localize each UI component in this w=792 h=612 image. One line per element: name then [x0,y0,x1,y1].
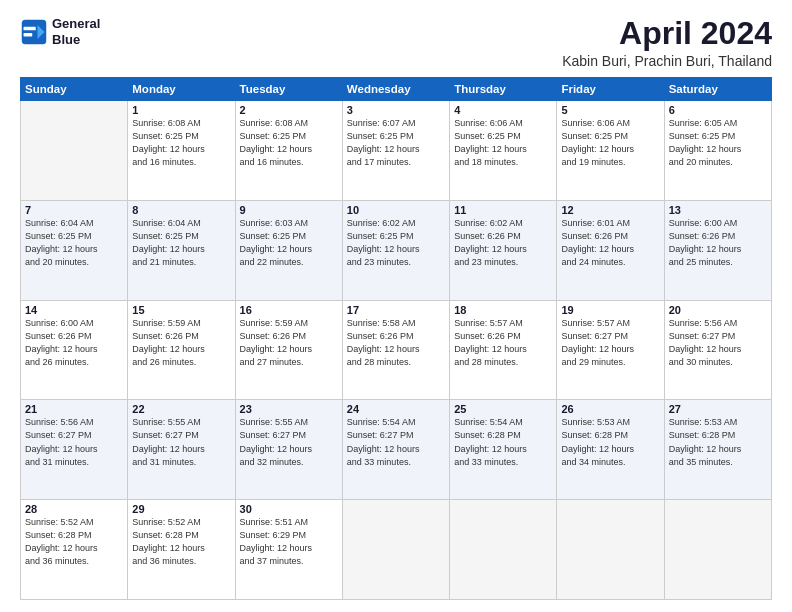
calendar-cell: 26Sunrise: 5:53 AMSunset: 6:28 PMDayligh… [557,400,664,500]
day-info: Sunrise: 6:01 AMSunset: 6:26 PMDaylight:… [561,217,659,269]
day-number: 15 [132,304,230,316]
day-info: Sunrise: 5:54 AMSunset: 6:28 PMDaylight:… [454,416,552,468]
day-number: 13 [669,204,767,216]
logo-text: General Blue [52,16,100,47]
calendar-cell: 18Sunrise: 5:57 AMSunset: 6:26 PMDayligh… [450,300,557,400]
logo-line1: General [52,16,100,32]
day-number: 23 [240,403,338,415]
calendar-header: SundayMondayTuesdayWednesdayThursdayFrid… [21,78,772,101]
subtitle: Kabin Buri, Prachin Buri, Thailand [562,53,772,69]
day-number: 16 [240,304,338,316]
calendar-cell: 14Sunrise: 6:00 AMSunset: 6:26 PMDayligh… [21,300,128,400]
day-info: Sunrise: 5:53 AMSunset: 6:28 PMDaylight:… [669,416,767,468]
day-info: Sunrise: 6:06 AMSunset: 6:25 PMDaylight:… [454,117,552,169]
calendar-cell: 3Sunrise: 6:07 AMSunset: 6:25 PMDaylight… [342,101,449,201]
main-title: April 2024 [562,16,772,51]
svg-rect-2 [24,26,36,30]
day-number: 24 [347,403,445,415]
day-info: Sunrise: 5:51 AMSunset: 6:29 PMDaylight:… [240,516,338,568]
day-info: Sunrise: 5:55 AMSunset: 6:27 PMDaylight:… [240,416,338,468]
day-number: 21 [25,403,123,415]
day-number: 5 [561,104,659,116]
week-row-2: 7Sunrise: 6:04 AMSunset: 6:25 PMDaylight… [21,200,772,300]
logo-icon [20,18,48,46]
calendar-cell: 11Sunrise: 6:02 AMSunset: 6:26 PMDayligh… [450,200,557,300]
calendar-cell: 13Sunrise: 6:00 AMSunset: 6:26 PMDayligh… [664,200,771,300]
weekday-header-thursday: Thursday [450,78,557,101]
calendar-cell: 7Sunrise: 6:04 AMSunset: 6:25 PMDaylight… [21,200,128,300]
day-info: Sunrise: 5:59 AMSunset: 6:26 PMDaylight:… [132,317,230,369]
calendar-cell: 23Sunrise: 5:55 AMSunset: 6:27 PMDayligh… [235,400,342,500]
calendar-cell: 9Sunrise: 6:03 AMSunset: 6:25 PMDaylight… [235,200,342,300]
calendar-cell [450,500,557,600]
calendar-cell [664,500,771,600]
day-number: 3 [347,104,445,116]
day-number: 18 [454,304,552,316]
day-info: Sunrise: 6:08 AMSunset: 6:25 PMDaylight:… [132,117,230,169]
calendar-cell [21,101,128,201]
calendar-cell: 19Sunrise: 5:57 AMSunset: 6:27 PMDayligh… [557,300,664,400]
svg-rect-3 [24,32,33,36]
logo: General Blue [20,16,100,47]
calendar-cell: 1Sunrise: 6:08 AMSunset: 6:25 PMDaylight… [128,101,235,201]
day-number: 28 [25,503,123,515]
day-info: Sunrise: 6:04 AMSunset: 6:25 PMDaylight:… [25,217,123,269]
calendar-cell: 29Sunrise: 5:52 AMSunset: 6:28 PMDayligh… [128,500,235,600]
day-number: 12 [561,204,659,216]
calendar-cell: 4Sunrise: 6:06 AMSunset: 6:25 PMDaylight… [450,101,557,201]
calendar-cell: 16Sunrise: 5:59 AMSunset: 6:26 PMDayligh… [235,300,342,400]
day-number: 17 [347,304,445,316]
header: General Blue April 2024 Kabin Buri, Prac… [20,16,772,69]
weekday-header-monday: Monday [128,78,235,101]
day-number: 7 [25,204,123,216]
day-number: 30 [240,503,338,515]
day-number: 9 [240,204,338,216]
day-number: 8 [132,204,230,216]
day-info: Sunrise: 5:58 AMSunset: 6:26 PMDaylight:… [347,317,445,369]
calendar-body: 1Sunrise: 6:08 AMSunset: 6:25 PMDaylight… [21,101,772,600]
day-number: 25 [454,403,552,415]
day-number: 4 [454,104,552,116]
day-info: Sunrise: 5:52 AMSunset: 6:28 PMDaylight:… [25,516,123,568]
calendar-cell: 25Sunrise: 5:54 AMSunset: 6:28 PMDayligh… [450,400,557,500]
page: General Blue April 2024 Kabin Buri, Prac… [0,0,792,612]
day-info: Sunrise: 6:03 AMSunset: 6:25 PMDaylight:… [240,217,338,269]
day-info: Sunrise: 5:55 AMSunset: 6:27 PMDaylight:… [132,416,230,468]
weekday-header-tuesday: Tuesday [235,78,342,101]
calendar-cell: 30Sunrise: 5:51 AMSunset: 6:29 PMDayligh… [235,500,342,600]
calendar-cell: 5Sunrise: 6:06 AMSunset: 6:25 PMDaylight… [557,101,664,201]
calendar-cell [557,500,664,600]
calendar-cell: 8Sunrise: 6:04 AMSunset: 6:25 PMDaylight… [128,200,235,300]
day-info: Sunrise: 6:07 AMSunset: 6:25 PMDaylight:… [347,117,445,169]
day-info: Sunrise: 6:00 AMSunset: 6:26 PMDaylight:… [669,217,767,269]
day-info: Sunrise: 5:52 AMSunset: 6:28 PMDaylight:… [132,516,230,568]
day-info: Sunrise: 6:02 AMSunset: 6:25 PMDaylight:… [347,217,445,269]
weekday-header-sunday: Sunday [21,78,128,101]
weekday-header-wednesday: Wednesday [342,78,449,101]
day-info: Sunrise: 5:56 AMSunset: 6:27 PMDaylight:… [669,317,767,369]
day-number: 1 [132,104,230,116]
day-number: 29 [132,503,230,515]
day-info: Sunrise: 5:57 AMSunset: 6:26 PMDaylight:… [454,317,552,369]
week-row-3: 14Sunrise: 6:00 AMSunset: 6:26 PMDayligh… [21,300,772,400]
calendar-cell: 27Sunrise: 5:53 AMSunset: 6:28 PMDayligh… [664,400,771,500]
weekday-header-saturday: Saturday [664,78,771,101]
day-number: 14 [25,304,123,316]
day-number: 2 [240,104,338,116]
day-info: Sunrise: 5:59 AMSunset: 6:26 PMDaylight:… [240,317,338,369]
calendar-cell: 28Sunrise: 5:52 AMSunset: 6:28 PMDayligh… [21,500,128,600]
week-row-4: 21Sunrise: 5:56 AMSunset: 6:27 PMDayligh… [21,400,772,500]
day-number: 11 [454,204,552,216]
day-info: Sunrise: 6:04 AMSunset: 6:25 PMDaylight:… [132,217,230,269]
calendar-cell: 2Sunrise: 6:08 AMSunset: 6:25 PMDaylight… [235,101,342,201]
day-info: Sunrise: 6:05 AMSunset: 6:25 PMDaylight:… [669,117,767,169]
day-info: Sunrise: 5:56 AMSunset: 6:27 PMDaylight:… [25,416,123,468]
day-number: 27 [669,403,767,415]
calendar-cell: 10Sunrise: 6:02 AMSunset: 6:25 PMDayligh… [342,200,449,300]
day-number: 19 [561,304,659,316]
calendar-cell: 12Sunrise: 6:01 AMSunset: 6:26 PMDayligh… [557,200,664,300]
day-number: 20 [669,304,767,316]
week-row-5: 28Sunrise: 5:52 AMSunset: 6:28 PMDayligh… [21,500,772,600]
weekday-header-row: SundayMondayTuesdayWednesdayThursdayFrid… [21,78,772,101]
week-row-1: 1Sunrise: 6:08 AMSunset: 6:25 PMDaylight… [21,101,772,201]
